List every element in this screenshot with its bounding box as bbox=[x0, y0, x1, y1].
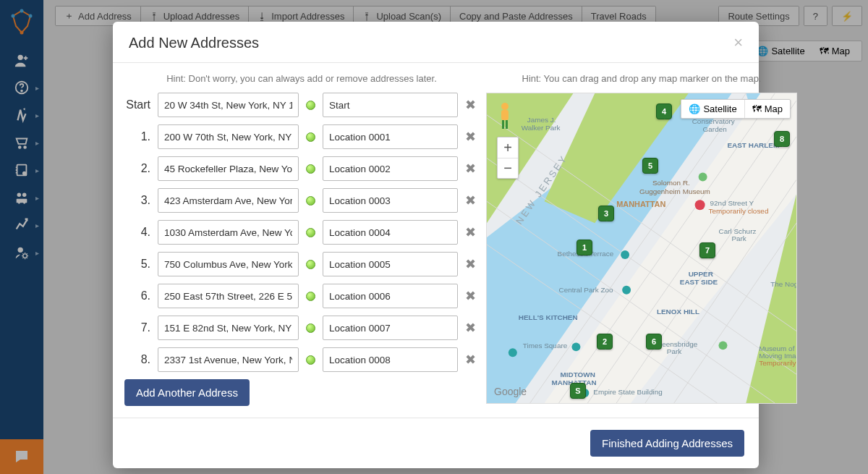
map-marker[interactable]: 5 bbox=[642, 158, 658, 174]
address-row: 8. ✖ bbox=[124, 347, 479, 372]
location-input[interactable] bbox=[323, 284, 458, 308]
address-input[interactable] bbox=[158, 316, 299, 340]
map-marker[interactable]: 3 bbox=[598, 206, 614, 221]
map-marker[interactable]: 7 bbox=[699, 242, 715, 258]
svg-text:LENOX HILL: LENOX HILL bbox=[657, 308, 699, 316]
svg-text:Guggenheim Museum: Guggenheim Museum bbox=[639, 187, 710, 195]
row-number: 7. bbox=[124, 321, 153, 334]
svg-text:Park: Park bbox=[731, 234, 746, 242]
location-input[interactable] bbox=[323, 220, 458, 245]
delete-row-icon[interactable]: ✖ bbox=[462, 256, 479, 272]
address-row: 5. ✖ bbox=[124, 252, 479, 276]
delete-row-icon[interactable]: ✖ bbox=[462, 192, 479, 208]
svg-text:92nd Street Y: 92nd Street Y bbox=[710, 199, 754, 207]
delete-row-icon[interactable]: ✖ bbox=[462, 129, 479, 145]
svg-rect-74 bbox=[502, 120, 504, 129]
address-row: 3. ✖ bbox=[124, 188, 479, 213]
status-dot-icon bbox=[306, 132, 315, 142]
finished-button[interactable]: Finished Adding Addresses bbox=[590, 430, 744, 457]
location-input[interactable] bbox=[323, 252, 458, 276]
svg-text:James J.: James J. bbox=[527, 116, 556, 124]
delete-row-icon[interactable]: ✖ bbox=[462, 97, 479, 113]
svg-point-70 bbox=[719, 341, 728, 350]
zoom-out-button[interactable]: − bbox=[498, 158, 518, 178]
hint-right: Hint: You can drag and drop any map mark… bbox=[486, 73, 797, 84]
map-canvas: James J.Walker Park ConservatoryGarden E… bbox=[487, 93, 796, 403]
address-input[interactable] bbox=[158, 252, 299, 276]
add-another-address-button[interactable]: Add Another Address bbox=[124, 379, 250, 406]
status-dot-icon bbox=[306, 355, 315, 365]
svg-text:MIDTOWN: MIDTOWN bbox=[561, 371, 595, 378]
map-type-switch: 🌐Satellite 🗺Map bbox=[681, 99, 791, 119]
location-input[interactable] bbox=[323, 316, 458, 340]
map-marker[interactable]: S bbox=[570, 383, 586, 399]
location-input[interactable] bbox=[323, 188, 458, 213]
start-location-input[interactable] bbox=[323, 93, 458, 117]
map-marker[interactable]: 6 bbox=[646, 334, 662, 350]
status-dot-icon bbox=[306, 101, 315, 110]
map-column: Hint: You can drag and drop any map mark… bbox=[486, 70, 797, 406]
svg-point-67 bbox=[571, 342, 580, 351]
modal-header: Add New Addresses × bbox=[113, 22, 759, 63]
location-input[interactable] bbox=[323, 124, 458, 149]
address-list-column: Hint: Don't worry, you can always add or… bbox=[124, 70, 479, 406]
delete-row-icon[interactable]: ✖ bbox=[462, 288, 479, 304]
row-number: 8. bbox=[124, 353, 153, 366]
svg-point-65 bbox=[621, 250, 629, 259]
status-dot-icon bbox=[306, 164, 315, 174]
svg-text:Solomon R.: Solomon R. bbox=[652, 179, 690, 187]
svg-text:HELL'S KITCHEN: HELL'S KITCHEN bbox=[519, 313, 578, 321]
start-address-input[interactable] bbox=[158, 93, 299, 117]
address-input[interactable] bbox=[158, 188, 299, 213]
svg-text:EAST SIDE: EAST SIDE bbox=[680, 278, 718, 286]
address-row: 2. ✖ bbox=[124, 156, 479, 181]
svg-text:Times Square: Times Square bbox=[523, 342, 568, 350]
svg-point-71 bbox=[699, 172, 707, 181]
google-logo: Google bbox=[494, 386, 527, 397]
svg-point-64 bbox=[695, 200, 705, 210]
address-input[interactable] bbox=[158, 284, 299, 308]
close-icon[interactable]: × bbox=[733, 33, 743, 52]
svg-point-68 bbox=[509, 348, 517, 357]
map-container[interactable]: James J.Walker Park ConservatoryGarden E… bbox=[486, 93, 797, 404]
svg-text:Temporarily cl: Temporarily cl bbox=[759, 359, 796, 367]
map-marker[interactable]: 1 bbox=[576, 240, 592, 255]
pegman-icon[interactable] bbox=[497, 102, 513, 134]
address-row: 4. ✖ bbox=[124, 220, 479, 245]
address-input[interactable] bbox=[158, 220, 299, 245]
add-addresses-modal: Add New Addresses × Hint: Don't worry, y… bbox=[113, 22, 759, 468]
zoom-in-button[interactable]: + bbox=[498, 137, 518, 158]
address-input[interactable] bbox=[158, 347, 299, 372]
map-marker[interactable]: 2 bbox=[597, 334, 613, 350]
address-input[interactable] bbox=[158, 156, 299, 181]
map-map-button[interactable]: 🗺Map bbox=[744, 100, 790, 118]
row-number: 3. bbox=[124, 194, 153, 207]
svg-rect-73 bbox=[501, 110, 509, 120]
address-row: 1. ✖ bbox=[124, 124, 479, 149]
address-input[interactable] bbox=[158, 124, 299, 149]
location-input[interactable] bbox=[323, 347, 458, 372]
map-satellite-button[interactable]: 🌐Satellite bbox=[681, 100, 744, 118]
zoom-control: + − bbox=[497, 137, 519, 179]
row-number: 4. bbox=[124, 226, 153, 239]
location-input[interactable] bbox=[323, 156, 458, 181]
map-marker[interactable]: 8 bbox=[774, 131, 790, 147]
delete-row-icon[interactable]: ✖ bbox=[462, 161, 479, 177]
svg-text:Park: Park bbox=[667, 347, 681, 355]
address-row: 6. ✖ bbox=[124, 284, 479, 308]
map-icon: 🗺 bbox=[752, 103, 762, 114]
svg-text:UPPER: UPPER bbox=[689, 270, 713, 278]
delete-row-icon[interactable]: ✖ bbox=[462, 352, 479, 368]
delete-row-icon[interactable]: ✖ bbox=[462, 224, 479, 240]
status-dot-icon bbox=[306, 323, 315, 333]
modal-title: Add New Addresses bbox=[129, 35, 259, 51]
svg-text:The Noguchi...: The Noguchi... bbox=[770, 280, 796, 288]
svg-text:Walker Park: Walker Park bbox=[522, 124, 561, 132]
svg-text:Empire State Building: Empire State Building bbox=[593, 388, 663, 396]
map-marker[interactable]: 4 bbox=[656, 103, 672, 119]
svg-text:EAST HARLEM: EAST HARLEM bbox=[727, 141, 779, 149]
address-row: 7. ✖ bbox=[124, 316, 479, 340]
status-dot-icon bbox=[306, 292, 315, 301]
delete-row-icon[interactable]: ✖ bbox=[462, 320, 479, 336]
row-number: 1. bbox=[124, 130, 153, 143]
